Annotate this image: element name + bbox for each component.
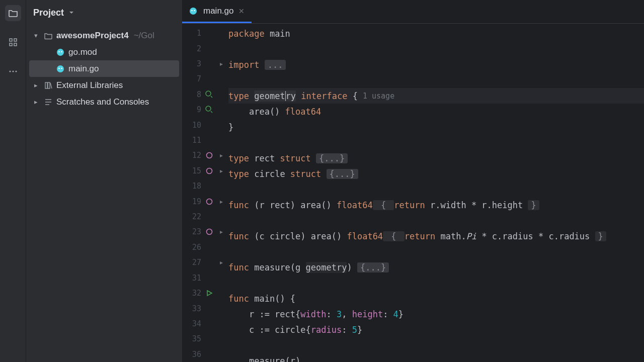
svg-point-16 xyxy=(191,10,193,11)
svg-point-22 xyxy=(207,199,212,204)
svg-point-17 xyxy=(194,10,195,11)
fold-icon[interactable]: ▸ xyxy=(217,198,225,205)
svg-rect-1 xyxy=(14,39,17,41)
svg-point-23 xyxy=(207,229,212,235)
svg-rect-3 xyxy=(14,43,17,46)
svg-point-5 xyxy=(12,70,14,72)
editor-area: main.go ✕ 1▸ 2▸ 3▸ 7▸ 8▸ 9▸ 10▸ 11▸ 12▸ … xyxy=(182,0,644,362)
svg-point-21 xyxy=(207,168,212,173)
editor-body[interactable]: 1▸ 2▸ 3▸ 7▸ 8▸ 9▸ 10▸ 11▸ 12▸ 15▸ 18▸ 19… xyxy=(182,24,644,362)
svg-point-4 xyxy=(9,70,11,72)
svg-rect-14 xyxy=(48,82,50,88)
activity-bar xyxy=(0,0,26,362)
run-icon[interactable] xyxy=(204,289,214,297)
interface-icon[interactable] xyxy=(204,151,214,159)
structure-icon xyxy=(8,37,18,47)
svg-point-18 xyxy=(206,91,211,96)
tree-scratches[interactable]: ▸ Scratches and Consoles xyxy=(29,94,179,110)
svg-point-9 xyxy=(61,51,62,52)
more-tool-button[interactable] xyxy=(5,63,21,79)
svg-rect-13 xyxy=(45,82,47,88)
scratches-icon xyxy=(43,98,53,107)
go-file-icon xyxy=(55,64,65,73)
tree-file-gomod[interactable]: go.mod xyxy=(29,44,179,60)
go-file-icon xyxy=(188,7,198,16)
svg-rect-0 xyxy=(10,39,12,41)
code-content[interactable]: package main import ... type geometry in… xyxy=(228,24,644,362)
structure-tool-button[interactable] xyxy=(5,34,21,50)
fold-icon[interactable]: ▸ xyxy=(217,167,225,174)
usage-hint[interactable]: 1 usage xyxy=(363,92,394,101)
project-panel-header[interactable]: Project xyxy=(26,0,182,25)
folder-icon xyxy=(8,8,18,18)
chevron-down-icon xyxy=(68,9,75,16)
more-icon xyxy=(8,66,18,76)
svg-point-15 xyxy=(190,8,197,15)
gutter: 1▸ 2▸ 3▸ 7▸ 8▸ 9▸ 10▸ 11▸ 12▸ 15▸ 18▸ 19… xyxy=(182,24,228,362)
svg-point-12 xyxy=(61,67,62,69)
panel-title: Project xyxy=(33,8,64,18)
project-tool-button[interactable] xyxy=(5,5,21,21)
tree-root[interactable]: ▾ awesomeProject4 ~/Gol xyxy=(29,27,179,44)
svg-point-10 xyxy=(57,65,64,72)
project-panel: Project ▾ awesomeProject4 ~/Gol go.mod m… xyxy=(26,0,182,362)
implements-icon[interactable] xyxy=(204,90,214,99)
fold-icon[interactable]: ▸ xyxy=(217,228,225,235)
tree-file-maingo[interactable]: main.go xyxy=(29,60,179,77)
fold-icon[interactable]: ▸ xyxy=(217,259,225,266)
interface-icon[interactable] xyxy=(204,228,214,236)
fold-icon[interactable]: ▸ xyxy=(217,152,225,159)
svg-point-11 xyxy=(58,67,60,69)
go-file-icon xyxy=(55,48,65,57)
svg-point-8 xyxy=(58,51,60,52)
close-icon[interactable]: ✕ xyxy=(238,7,245,15)
project-tree: ▾ awesomeProject4 ~/Gol go.mod main.go ▸… xyxy=(26,25,182,362)
folder-icon xyxy=(43,31,53,40)
implements-icon[interactable] xyxy=(204,106,214,114)
svg-point-19 xyxy=(206,106,211,111)
svg-rect-2 xyxy=(10,43,12,46)
svg-point-20 xyxy=(207,153,212,158)
editor-tab-maingo[interactable]: main.go ✕ xyxy=(182,0,252,23)
tree-external-libs[interactable]: ▸ External Libraries xyxy=(29,77,179,94)
tab-label: main.go xyxy=(203,6,233,16)
libraries-icon xyxy=(43,81,53,90)
interface-icon[interactable] xyxy=(204,198,214,206)
svg-point-7 xyxy=(57,49,64,56)
fold-icon[interactable]: ▸ xyxy=(217,60,225,67)
svg-point-6 xyxy=(15,70,17,72)
editor-tabbar: main.go ✕ xyxy=(182,0,644,24)
interface-icon[interactable] xyxy=(204,167,214,175)
